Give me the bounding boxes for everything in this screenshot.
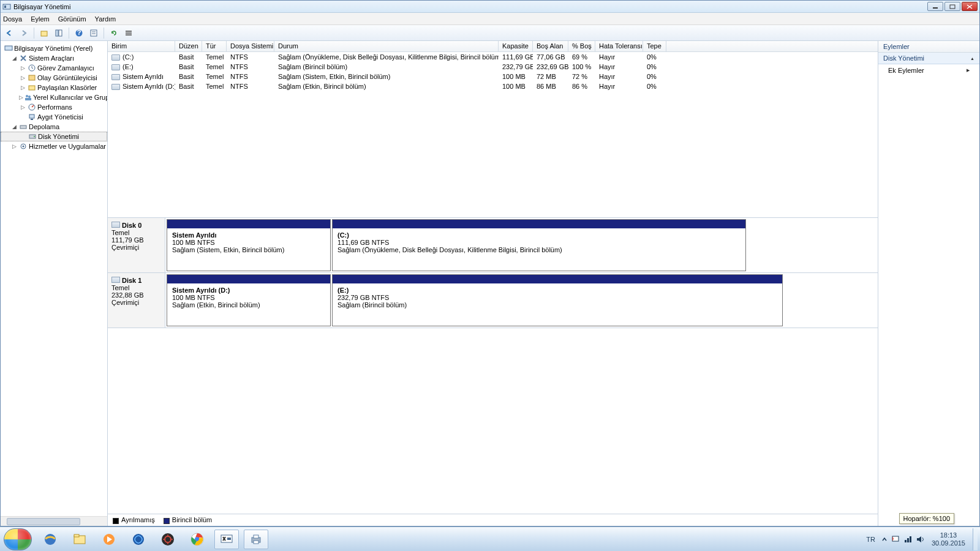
start-button[interactable]: [4, 528, 32, 550]
col-free[interactable]: Boş Alan: [533, 41, 568, 51]
col-layout[interactable]: Düzen: [175, 41, 202, 51]
col-fs[interactable]: Dosya Sistemi: [227, 41, 274, 51]
tree-shared-folders[interactable]: ▷Paylaşılan Klasörler: [1, 83, 107, 92]
actions-section[interactable]: Disk Yönetimi▲: [878, 53, 979, 64]
actions-more[interactable]: Ek Eylemler▶: [878, 64, 979, 77]
back-button[interactable]: [3, 27, 15, 39]
menu-help[interactable]: Yardım: [95, 15, 116, 23]
tray-volume-icon[interactable]: [916, 535, 924, 544]
tree-disk-management[interactable]: Disk Yönetimi: [1, 132, 107, 141]
expand-icon[interactable]: ▷: [10, 143, 18, 149]
tree-performance[interactable]: ▷Performans: [1, 102, 107, 112]
partition-color-bar: [167, 275, 330, 283]
toolbar: ?: [1, 25, 979, 41]
disk-info[interactable]: Disk 1Temel232,88 GBÇevrimiçi: [108, 273, 165, 328]
col-status[interactable]: Durum: [274, 41, 499, 51]
svg-rect-23: [25, 98, 31, 100]
col-capacity[interactable]: Kapasite: [499, 41, 533, 51]
maximize-button[interactable]: [944, 2, 960, 11]
navigation-tree[interactable]: Bilgisayar Yönetimi (Yerel) ◢Sistem Araç…: [1, 41, 108, 526]
svg-rect-11: [91, 30, 97, 36]
expand-icon[interactable]: ▷: [19, 75, 26, 81]
svg-rect-20: [29, 86, 35, 90]
taskbar-chrome[interactable]: [185, 530, 209, 549]
taskbar[interactable]: TR 18:13 30.09.2015: [0, 527, 980, 551]
minimize-button[interactable]: [927, 2, 943, 11]
col-type[interactable]: Tür: [202, 41, 227, 51]
taskbar-app-blue[interactable]: [126, 530, 151, 549]
svg-rect-26: [31, 119, 33, 120]
refresh-button[interactable]: [108, 27, 120, 39]
up-button[interactable]: [38, 27, 50, 39]
menu-file[interactable]: Dosya: [3, 15, 22, 23]
tree-device-manager[interactable]: Aygıt Yöneticisi: [1, 112, 107, 122]
taskbar-app-red[interactable]: [156, 530, 180, 549]
tree-services-apps[interactable]: ▷Hizmetler ve Uygulamalar: [1, 141, 107, 151]
forward-button[interactable]: [18, 27, 30, 39]
col-overhead[interactable]: Tepe: [643, 41, 666, 51]
disk-info[interactable]: Disk 0Temel111,79 GBÇevrimiçi: [108, 218, 165, 272]
disk-icon: [111, 277, 120, 283]
system-tray[interactable]: TR 18:13 30.09.2015: [864, 528, 980, 550]
menu-view[interactable]: Görünüm: [58, 15, 86, 23]
device-icon: [28, 113, 36, 121]
volume-list[interactable]: (C:)BasitTemelNTFSSağlam (Önyükleme, Dis…: [108, 52, 878, 217]
svg-point-40: [167, 543, 168, 544]
volume-row[interactable]: (C:)BasitTemelNTFSSağlam (Önyükleme, Dis…: [108, 52, 878, 62]
show-desktop-button[interactable]: [973, 528, 978, 550]
taskbar-explorer[interactable]: [67, 530, 92, 549]
titlebar[interactable]: Bilgisayar Yönetimi: [1, 1, 979, 13]
partition[interactable]: (E:)232,79 GB NTFSSağlam (Birincil bölüm…: [332, 274, 783, 326]
tray-clock[interactable]: 18:13 30.09.2015: [928, 531, 969, 547]
svg-rect-27: [20, 126, 26, 129]
volume-row[interactable]: Sistem Ayrıldı (D:)BasitTemelNTFSSağlam …: [108, 81, 878, 91]
collapse-icon[interactable]: ◢: [10, 55, 18, 61]
col-fault[interactable]: Hata Toleransı: [595, 41, 643, 51]
svg-point-42: [172, 539, 173, 540]
disk-row[interactable]: Disk 1Temel232,88 GBÇevrimiçiSistem Ayrı…: [108, 273, 878, 328]
volume-list-header[interactable]: Birim Düzen Tür Dosya Sistemi Durum Kapa…: [108, 41, 878, 52]
tree-scrollbar[interactable]: [1, 516, 107, 526]
disk-graphical-view[interactable]: Disk 0Temel111,79 GBÇevrimiçiSistem Ayrı…: [108, 217, 878, 514]
show-hide-tree-button[interactable]: [53, 27, 65, 39]
taskbar-compmgmt[interactable]: [214, 530, 239, 549]
users-icon: [24, 93, 32, 102]
tree-local-users[interactable]: ▷Yerel Kullanıcılar ve Gruplar: [1, 92, 107, 102]
svg-point-32: [45, 534, 56, 545]
tree-storage[interactable]: ◢Depolama: [1, 122, 107, 132]
expand-icon[interactable]: ▷: [19, 84, 26, 91]
svg-point-41: [163, 539, 164, 540]
tray-flag-icon[interactable]: [891, 535, 900, 544]
col-volume[interactable]: Birim: [108, 41, 175, 51]
help-button[interactable]: ?: [73, 27, 85, 39]
tray-language[interactable]: TR: [864, 536, 878, 543]
collapse-icon[interactable]: ◢: [10, 124, 18, 130]
svg-rect-0: [3, 4, 10, 9]
expand-icon[interactable]: ▷: [19, 94, 23, 100]
tray-arrow-icon[interactable]: [881, 536, 888, 542]
partition[interactable]: Sistem Ayrıldı100 MB NTFSSağlam (Sistem,…: [167, 219, 331, 271]
tree-task-scheduler[interactable]: ▷Görev Zamanlayıcı: [1, 63, 107, 73]
taskbar-wmp[interactable]: [97, 530, 121, 549]
disk-row[interactable]: Disk 0Temel111,79 GBÇevrimiçiSistem Ayrı…: [108, 218, 878, 273]
svg-rect-1: [4, 6, 6, 8]
volume-row[interactable]: Sistem AyrıldıBasitTemelNTFSSağlam (Sist…: [108, 72, 878, 81]
expand-icon[interactable]: ▷: [19, 104, 26, 110]
col-pct[interactable]: % Boş: [568, 41, 595, 51]
close-button[interactable]: [962, 2, 978, 11]
tray-time: 18:13: [932, 531, 965, 539]
taskbar-printer[interactable]: [244, 530, 268, 549]
taskbar-ie[interactable]: [38, 530, 62, 549]
tree-system-tools[interactable]: ◢Sistem Araçları: [1, 53, 107, 63]
properties-button[interactable]: [88, 27, 100, 39]
tray-network-icon[interactable]: [903, 535, 912, 544]
partition[interactable]: Sistem Ayrıldı (D:)100 MB NTFSSağlam (Et…: [167, 274, 331, 326]
menu-action[interactable]: Eylem: [31, 15, 50, 23]
list-settings-button[interactable]: [123, 27, 135, 39]
volume-row[interactable]: (E:)BasitTemelNTFSSağlam (Birincil bölüm…: [108, 62, 878, 72]
tree-root[interactable]: Bilgisayar Yönetimi (Yerel): [1, 43, 107, 53]
partition[interactable]: (C:)111,69 GB NTFSSağlam (Önyükleme, Dis…: [332, 219, 746, 271]
svg-text:?: ?: [77, 29, 81, 36]
tree-event-viewer[interactable]: ▷Olay Görüntüleyicisi: [1, 73, 107, 83]
expand-icon[interactable]: ▷: [19, 65, 26, 71]
